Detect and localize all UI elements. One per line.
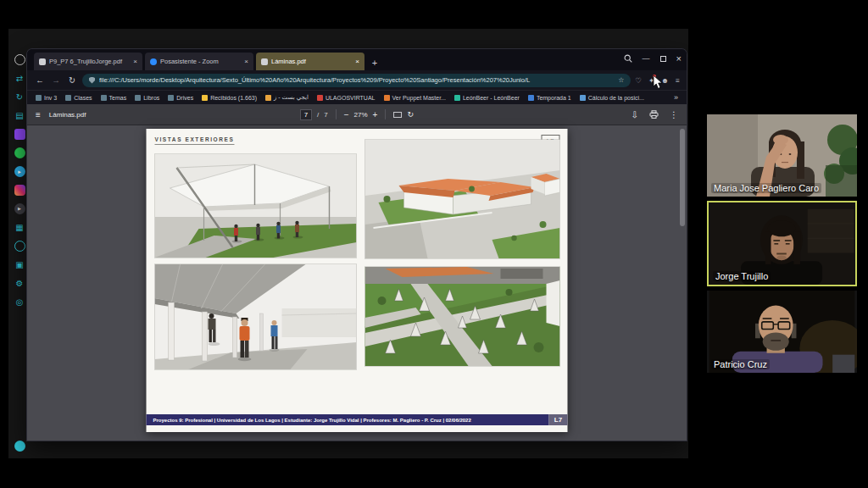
ring-app-icon[interactable] <box>14 54 25 65</box>
zoom-out-button[interactable]: − <box>344 110 349 119</box>
shield-icon <box>89 77 95 84</box>
folder-icon <box>168 95 174 101</box>
render-canopy-exterior <box>155 154 357 258</box>
clock-icon[interactable] <box>14 241 25 252</box>
bookmark-item[interactable]: Clases <box>65 95 92 101</box>
video-app-icon[interactable]: ▶ <box>14 203 25 214</box>
telegram-icon[interactable]: ▸ <box>14 166 25 177</box>
sheet-footer-text: Proyectos 9: Profesional | Universidad d… <box>147 414 549 425</box>
swap-arrows-icon[interactable]: ⇄ <box>14 73 25 84</box>
bookmark-label: Recibidos (1.663) <box>210 95 257 101</box>
divider <box>336 109 337 119</box>
close-window-button[interactable]: × <box>676 53 682 64</box>
mail-icon <box>202 95 208 101</box>
sheet-footer: Proyectos 9: Profesional | Universidad d… <box>147 414 568 425</box>
back-button[interactable]: ← <box>34 75 46 85</box>
render-canopy-image <box>155 154 357 258</box>
site-icon <box>317 95 323 101</box>
url-bar[interactable]: file:///C:/Users/morde/Desktop/Arquitect… <box>82 74 631 87</box>
forward-button[interactable]: → <box>50 75 62 85</box>
tab-title: Posasistente - Zoom <box>160 58 241 65</box>
download-icon[interactable]: ⇩ <box>632 110 638 119</box>
bookmarks-bar: Inv 3 Clases Temas Libros Drives Recibid… <box>27 90 687 104</box>
bookmark-label: LeónBeer - LeónBeer <box>463 95 520 101</box>
bookmark-label: Inv 3 <box>44 95 57 101</box>
tab-close-icon[interactable]: × <box>355 58 359 65</box>
bookmark-item[interactable]: Libros <box>135 95 159 101</box>
sheet-title: VISTAS EXTERIORES <box>155 136 235 145</box>
tab-close-icon[interactable]: × <box>133 58 137 65</box>
render-aerial-courtyard <box>365 267 560 366</box>
browser-window: P9_P7 6_TrujilloJorge.pdf × Posasistente… <box>27 49 687 441</box>
bookmark-item[interactable]: ULAGOSVIRTUAL <box>317 95 376 101</box>
rotate-icon[interactable]: ↻ <box>407 110 414 119</box>
presentation-mode-icon[interactable] <box>393 112 402 118</box>
sidebar-toggle-icon[interactable]: ≡ <box>36 110 41 119</box>
tab-zoom[interactable]: Posasistente - Zoom × <box>145 53 253 70</box>
twitch-icon[interactable] <box>14 129 25 140</box>
print-icon[interactable] <box>649 110 659 119</box>
bookmark-item[interactable]: ايجي بست - ز <box>265 94 309 101</box>
pdf-favicon <box>39 58 46 65</box>
pdf-viewport: VISTAS EXTERIORES AR EQ <box>27 125 687 441</box>
site-icon <box>580 95 586 101</box>
render-covered-walkway <box>155 264 357 369</box>
bookmark-item[interactable]: Temporada 1 <box>528 95 571 101</box>
reload-button[interactable]: ↻ <box>66 75 78 85</box>
participant-tile-patricio[interactable]: Patricio Cruz <box>707 291 857 373</box>
target-icon[interactable]: ◎ <box>14 297 25 308</box>
folder-icon <box>36 95 42 101</box>
folder-icon <box>135 95 141 101</box>
tab-laminas-pdf[interactable]: Láminas.pdf × <box>256 53 364 70</box>
participant-tile-maria[interactable]: Maria Jose Pagliero Caro <box>707 114 857 197</box>
search-icon[interactable] <box>624 54 632 63</box>
pdf-filename: Láminas.pdf <box>49 111 86 119</box>
sync-icon[interactable]: ↻ <box>14 92 25 103</box>
pdf-favicon <box>261 58 268 65</box>
bookmark-item[interactable]: Inv 3 <box>36 95 57 101</box>
pdf-toolbar-right: ⇩ ⋮ <box>632 110 678 119</box>
restore-button[interactable] <box>660 56 666 62</box>
tab-trujillo-pdf[interactable]: P9_P7 6_TrujilloJorge.pdf × <box>34 53 142 70</box>
pocket-heart-icon[interactable]: ♡ <box>635 76 642 85</box>
pdf-toolbar: ≡ Láminas.pdf 7 / 7 − 27% + ↻ ⇩ <box>27 104 687 125</box>
power-dot-icon[interactable] <box>14 441 25 452</box>
scrollbar-thumb[interactable] <box>680 129 685 226</box>
box-icon[interactable]: ▣ <box>14 259 25 270</box>
whatsapp-icon[interactable] <box>14 147 25 158</box>
zoom-in-button[interactable]: + <box>373 110 378 119</box>
bookmark-item[interactable]: Temas <box>101 95 127 101</box>
tab-close-icon[interactable]: × <box>244 58 248 65</box>
participant-tile-jorge[interactable]: Jorge Trujillo <box>707 201 857 286</box>
bookmark-item[interactable]: LeónBeer - LeónBeer <box>454 95 520 101</box>
kebab-menu-icon[interactable]: ⋮ <box>670 110 678 119</box>
instagram-icon[interactable] <box>14 185 25 196</box>
bookmark-item[interactable]: Ver Puppet Master... <box>384 95 446 101</box>
bookmark-label: Clases <box>74 95 92 101</box>
new-tab-button[interactable]: + <box>367 58 382 68</box>
zoom-favicon <box>150 58 157 65</box>
tab-bar: P9_P7 6_TrujilloJorge.pdf × Posasistente… <box>27 49 687 70</box>
bookmark-label: Ver Puppet Master... <box>392 95 446 101</box>
grid-icon[interactable]: ▦ <box>14 222 25 233</box>
bookmark-item[interactable]: Recibidos (1.663) <box>202 95 257 101</box>
tab-title: Láminas.pdf <box>271 58 352 65</box>
shared-screen: ⇄ ↻ ▤ ▸ ▶ ▦ ▣ ⚙ ◎ P9_P7 6_TrujilloJorge.… <box>8 29 688 458</box>
bookmark-label: ايجي بست - ز <box>274 94 309 101</box>
bookmarks-overflow-icon[interactable]: » <box>674 93 678 102</box>
tab-title: P9_P7 6_TrujilloJorge.pdf <box>49 58 130 65</box>
bookmark-item[interactable]: Cálculo de la posici... <box>580 95 644 101</box>
render-courtyard-image <box>365 267 560 366</box>
site-icon <box>454 95 460 101</box>
document-icon[interactable]: ▤ <box>14 110 25 121</box>
navigation-bar: ← → ↻ file:///C:/Users/morde/Desktop/Arq… <box>27 70 687 90</box>
mouse-cursor <box>653 75 663 93</box>
gear-icon[interactable]: ⚙ <box>14 278 25 289</box>
minimize-button[interactable]: — <box>643 54 650 63</box>
menu-icon[interactable]: ≡ <box>676 76 680 85</box>
page-number-input[interactable]: 7 <box>300 109 312 120</box>
bookmark-item[interactable]: Drives <box>168 95 193 101</box>
bookmark-label: Temporada 1 <box>537 95 571 101</box>
zoom-level[interactable]: 27% <box>354 111 368 119</box>
bookmark-star-icon[interactable]: ☆ <box>618 76 624 84</box>
